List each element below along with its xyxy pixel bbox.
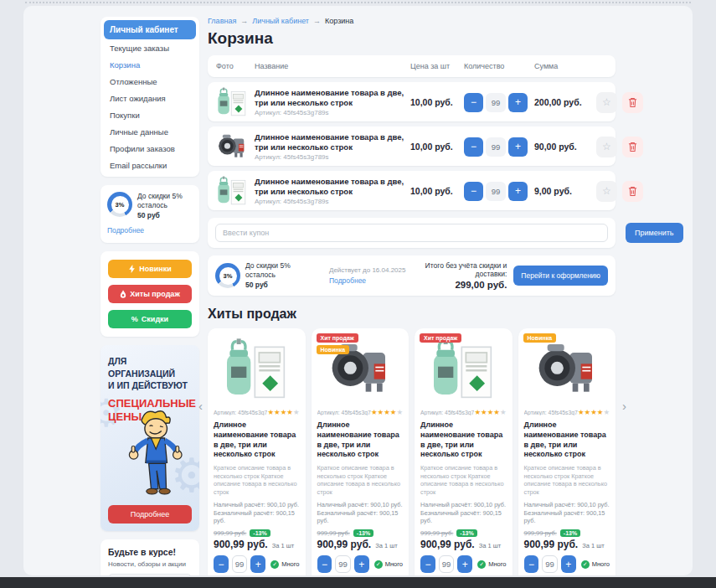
newsletter-subtitle: Новости, обзоры и акции [108, 560, 192, 568]
email-field[interactable] [108, 574, 192, 575]
plus-button[interactable]: + [508, 93, 528, 112]
product-image-tank[interactable] [420, 334, 507, 405]
cart-row: Длинное наименование товара в две, три и… [208, 126, 616, 166]
product-sku: Артикул: 45fs45s3g789s [524, 410, 578, 415]
breadcrumb-home[interactable]: Главная [208, 17, 236, 25]
favorite-button[interactable]: ☆ [596, 137, 617, 157]
minus-button[interactable]: − [464, 137, 483, 157]
product-name[interactable]: Длинное наименование товара в две, три и… [255, 177, 410, 197]
product-name[interactable]: Длинное наименование товара в две, три и… [255, 88, 410, 108]
discounts-button[interactable]: % Скидки [108, 310, 192, 328]
product-image-pump[interactable] [524, 334, 610, 405]
price: 900,99 руб. [420, 539, 475, 550]
total-label: Итого без учёта скидки и доставки: [413, 261, 507, 278]
quantity-stepper: − 99 + ✓Много [420, 555, 507, 573]
delete-button[interactable] [622, 92, 643, 113]
quantity-value[interactable]: 99 [486, 93, 506, 112]
col-qty: Количество [464, 62, 534, 70]
breadcrumb-separator: → [313, 17, 321, 25]
favorite-button[interactable]: ☆ [596, 92, 617, 113]
discount-more-link[interactable]: Подробнее [107, 226, 144, 235]
breadcrumb-account[interactable]: Личный кабинет [252, 17, 309, 25]
discount-progress-ring: 3% [215, 263, 240, 288]
sidebar-item-personal-data[interactable]: Личные данные [104, 123, 196, 140]
cart-table-header: Фото Название Цена за шт Количество Сумм… [208, 55, 616, 77]
minus-button[interactable]: − [464, 93, 483, 112]
plus-button[interactable]: + [457, 555, 472, 573]
price: 900,99 руб. [214, 539, 268, 550]
apply-coupon-button[interactable]: Применить [626, 223, 683, 243]
product-name[interactable]: Длинное наименование товара в две, три и… [214, 420, 300, 460]
quantity-value[interactable]: 99 [335, 555, 350, 573]
promo-more-button[interactable]: Подробнее [108, 505, 192, 524]
minus-button[interactable]: − [420, 555, 435, 573]
star-icon: ☆ [602, 185, 611, 197]
quantity-value[interactable]: 99 [542, 555, 557, 573]
product-name[interactable]: Длинное наименование товара в две, три и… [317, 420, 404, 460]
minus-button[interactable]: − [317, 555, 332, 573]
price: 900,99 руб. [524, 539, 579, 550]
carousel-next-button[interactable]: › [622, 399, 626, 413]
product-description: Краткое описание товара в несколько стро… [214, 464, 300, 497]
sidebar-item-waitlist[interactable]: Лист ожидания [104, 90, 196, 106]
product-sku: Артикул: 45fs45s3g789s [255, 198, 410, 205]
sidebar: Личный кабинет Текущие заказы Корзина От… [100, 17, 199, 575]
trash-icon [628, 97, 637, 108]
quantity-value[interactable]: 99 [439, 555, 454, 573]
sidebar-item-email-subscriptions[interactable]: Email рассылки [104, 157, 196, 173]
product-name[interactable]: Длинное наименование товара в две, три и… [255, 132, 410, 152]
lightning-icon [128, 265, 136, 273]
hits-section-title: Хиты продаж [208, 307, 616, 322]
product-name[interactable]: Длинное наименование товара в две, три и… [524, 420, 610, 460]
old-price: 999,99 руб. [524, 529, 557, 537]
product-image-tank[interactable] [214, 334, 300, 405]
col-name: Название [255, 62, 410, 70]
rating-stars: ★★★★★ [578, 408, 610, 416]
account-menu: Личный кабинет Текущие заказы Корзина От… [100, 17, 199, 177]
minus-button[interactable]: − [214, 555, 229, 573]
checkout-button[interactable]: Перейти к оформлению [513, 266, 608, 286]
plus-button[interactable]: + [561, 555, 576, 573]
coupon-input[interactable] [215, 224, 608, 242]
sidebar-item-postponed[interactable]: Отложенные [104, 73, 196, 90]
coupon-row: Применить [208, 218, 670, 248]
breadcrumb-current: Корзина [325, 17, 353, 25]
promo-banner[interactable]: ⚙ ⚙ ДЛЯ ОРГАНИЗАЦИЙИ ИП ДЕЙСТВУЮТ СПЕЦИА… [100, 345, 199, 531]
product-description: Краткое описание товара в несколько стро… [420, 464, 507, 497]
coupon-card [208, 218, 616, 248]
delete-button[interactable] [622, 181, 643, 202]
col-price: Цена за шт [410, 62, 464, 70]
bestsellers-button[interactable]: Хиты продаж [108, 285, 192, 303]
plus-button[interactable]: + [250, 555, 265, 573]
stock-status: ✓Много [581, 560, 610, 569]
favorite-button[interactable]: ☆ [596, 181, 617, 202]
plus-button[interactable]: + [508, 137, 528, 157]
quantity-stepper: − 99 + ✓Много [317, 555, 404, 573]
new-products-button[interactable]: Новинки [108, 260, 192, 278]
quantity-value[interactable]: 99 [486, 137, 506, 157]
summary-more-link[interactable]: Подробнее [329, 276, 366, 285]
plus-button[interactable]: + [354, 555, 369, 573]
row-sum: 90,00 руб. [534, 142, 596, 152]
sidebar-item-current-orders[interactable]: Текущие заказы [104, 39, 196, 56]
carousel-prev-button[interactable]: ‹ [198, 399, 203, 413]
product-sku: Артикул: 45fs45s3g789s [317, 410, 371, 415]
promo-title: ДЛЯ ОРГАНИЗАЦИЙИ ИП ДЕЙСТВУЮТ [108, 355, 192, 391]
trash-icon [628, 186, 637, 197]
minus-button[interactable]: − [524, 555, 539, 573]
sidebar-item-purchases[interactable]: Покупки [104, 106, 196, 123]
quantity-value[interactable]: 99 [486, 182, 506, 201]
product-sku: Артикул: 45fs45s3g789s [255, 153, 410, 161]
sidebar-item-order-profiles[interactable]: Профили заказов [104, 140, 196, 157]
unit-price: 10,00 руб. [410, 142, 464, 152]
delete-button[interactable] [622, 137, 643, 157]
discount-validity: Действует до 16.04.2025 [329, 266, 405, 274]
product-card: Хит продаж Новинка Артикул: 45fs45s3g789… [312, 328, 410, 575]
minus-button[interactable]: − [464, 182, 483, 201]
product-name[interactable]: Длинное наименование товара в две, три и… [420, 420, 507, 460]
discount-line2: 50 руб [137, 211, 193, 220]
plus-button[interactable]: + [508, 182, 528, 201]
vault-boy-illustration [117, 407, 191, 501]
sidebar-item-cart[interactable]: Корзина [104, 56, 196, 73]
quantity-value[interactable]: 99 [232, 555, 247, 573]
